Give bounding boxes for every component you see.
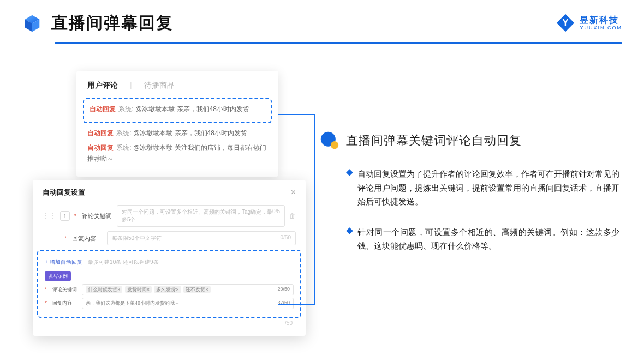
drag-handle-icon[interactable]: ⋮⋮	[43, 212, 56, 220]
bullet-item: 自动回复设置为了提升作者的评论回复效率，作者可在开播前针对常见的评论用户问题，提…	[347, 167, 631, 209]
stray-count: /50	[43, 320, 296, 326]
keyword-input[interactable]: 对同一个问题，可设置多个相近、高频的关键词，Tag确定，最多5个 0/5	[117, 205, 285, 227]
tab-products[interactable]: 待播商品	[144, 81, 175, 90]
svg-text:Y: Y	[563, 17, 569, 27]
comments-card: 用户评论 | 待播商品 自动回复 系统: @冰墩墩本墩 亲亲，我们48小时内发货…	[76, 71, 278, 177]
auto-reply-tag: 自动回复	[90, 105, 116, 113]
comment-row: 自动回复 系统: @冰墩墩本墩 关注我们的店铺，每日都有热门推荐呦～	[87, 142, 267, 165]
logo-diamond-icon: Y	[556, 13, 575, 33]
bubble-icon	[320, 131, 339, 150]
close-icon[interactable]: ×	[291, 188, 296, 197]
cube-icon	[22, 13, 43, 34]
svg-point-2	[331, 141, 338, 149]
logo-en: YUUXIN.COM	[580, 26, 622, 31]
logo-cn: 昱新科技	[580, 16, 622, 25]
bullet-item: 针对同一个问题，可设置多个相近的、高频的关键词。例如：这款多少钱、这块能优惠吗、…	[347, 225, 631, 253]
delete-icon[interactable]: 🗑	[289, 212, 296, 220]
modal-title: 自动回复设置	[43, 188, 85, 197]
settings-modal: 自动回复设置 × ⋮⋮ 1 * 评论关键词 对同一个问题，可设置多个相近、高频的…	[33, 180, 306, 336]
example-badge: 填写示例	[45, 272, 71, 281]
diamond-bullet-icon	[346, 227, 353, 234]
example-block: + 增加自动回复 最多可建10条 还可以创建9条 填写示例 * 评论关键词 什么…	[37, 250, 301, 318]
page-title: 直播间弹幕回复	[51, 12, 174, 34]
index-badge: 1	[60, 211, 70, 221]
example-reply-input: 亲，我们这边都是下单48小时内发货的哦～ 37/50	[82, 298, 294, 309]
tab-comments[interactable]: 用户评论	[87, 81, 118, 90]
highlighted-comment: 自动回复 系统: @冰墩墩本墩 亲亲，我们48小时内发货	[83, 98, 272, 123]
brand-logo: Y 昱新科技 YUUXIN.COM	[556, 13, 622, 33]
reply-input[interactable]: 每条限50个中文字符 0/50	[107, 231, 296, 245]
comment-row: 自动回复 系统: @冰墩墩本墩 亲亲，我们48小时内发货	[87, 128, 267, 138]
add-reply-link[interactable]: + 增加自动回复	[45, 259, 82, 265]
diamond-bullet-icon	[346, 169, 353, 176]
example-keyword-input: 什么时候发货× 发货时间× 多久发货× 还不发货× 20/50	[82, 284, 294, 295]
section-title: 直播间弹幕关键词评论自动回复	[346, 132, 522, 149]
